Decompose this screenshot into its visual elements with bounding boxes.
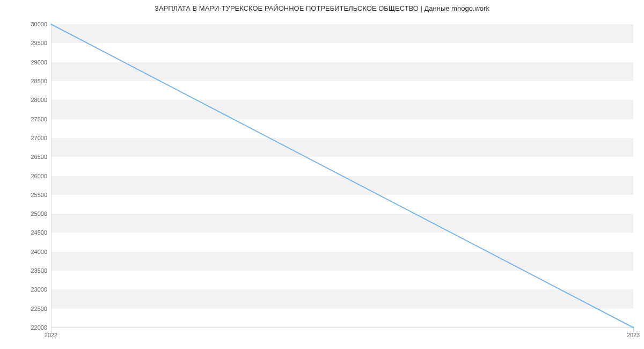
y-tick-label: 26000 — [4, 173, 47, 179]
y-tick-label: 26500 — [4, 154, 47, 160]
y-tick-label: 24500 — [4, 229, 47, 236]
chart-line — [51, 24, 633, 328]
y-tick-label: 25500 — [4, 192, 47, 198]
x-tick — [633, 328, 634, 332]
y-tick-label: 24000 — [4, 249, 47, 255]
y-tick-label: 29000 — [4, 59, 47, 66]
y-tick-label: 23500 — [4, 267, 47, 274]
y-tick-label: 28000 — [4, 97, 47, 103]
x-tick-label: 2022 — [45, 332, 57, 338]
y-tick-label: 25000 — [4, 210, 47, 217]
y-tick-label: 22500 — [4, 306, 47, 312]
y-tick-label: 30000 — [4, 21, 47, 27]
y-tick-label: 28500 — [4, 78, 47, 84]
y-tick-label: 27000 — [4, 135, 47, 141]
x-axis-line — [51, 328, 633, 328]
y-tick-label: 27500 — [4, 116, 47, 122]
y-tick-label: 22000 — [4, 324, 47, 331]
y-tick-label: 23000 — [4, 286, 47, 293]
data-line — [51, 24, 633, 328]
y-tick-label: 29500 — [4, 40, 47, 46]
chart-title: ЗАРПЛАТА В МАРИ-ТУРЕКСКОЕ РАЙОННОЕ ПОТРЕ… — [0, 4, 644, 12]
chart-container: ЗАРПЛАТА В МАРИ-ТУРЕКСКОЕ РАЙОННОЕ ПОТРЕ… — [0, 0, 644, 349]
x-tick — [51, 328, 52, 332]
x-tick-label: 2023 — [627, 332, 640, 338]
